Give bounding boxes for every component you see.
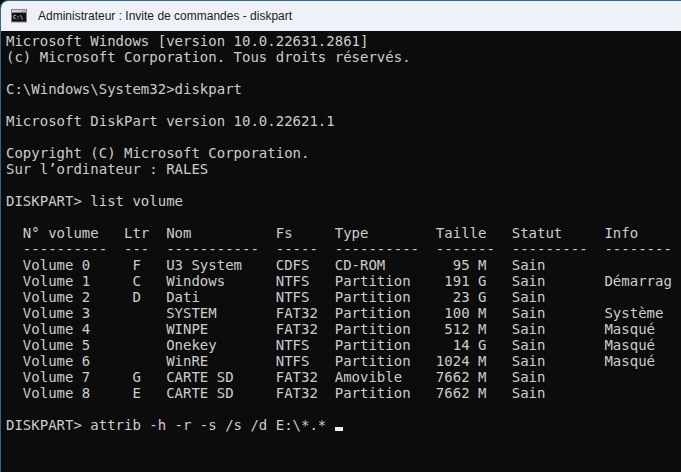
console-line — [6, 97, 681, 113]
console-line: C:\Windows\System32>diskpart — [6, 81, 681, 97]
cmd-window: C:\ Administrateur : Invite de commandes… — [0, 0, 681, 472]
table-row: Volume 5 Onekey NTFS Partition 14 G Sain… — [6, 337, 681, 353]
text-cursor — [335, 427, 343, 431]
title-bar[interactable]: C:\ Administrateur : Invite de commandes… — [1, 1, 681, 31]
table-header-line: N° volume Ltr Nom Fs Type Taille Statut … — [6, 225, 681, 241]
table-row: Volume 1 C Windows NTFS Partition 191 G … — [6, 273, 681, 289]
svg-text:C:\: C:\ — [13, 14, 23, 20]
console-line: Microsoft DiskPart version 10.0.22621.1 — [6, 113, 681, 129]
console-line: (c) Microsoft Corporation. Tous droits r… — [6, 49, 681, 65]
console-line — [6, 65, 681, 81]
cmd-icon: C:\ — [11, 8, 27, 24]
table-row: Volume 3 SYSTEM FAT32 Partition 100 M Sa… — [6, 305, 681, 321]
table-row: Volume 2 D Dati NTFS Partition 23 G Sain — [6, 289, 681, 305]
console-line — [6, 177, 681, 193]
table-row: Volume 7 G CARTE SD FAT32 Amovible 7662 … — [6, 369, 681, 385]
console-prompt-line: DISKPART> attrib -h -r -s /s /d E:\*.* — [6, 417, 681, 433]
window-title: Administrateur : Invite de commandes - d… — [38, 9, 292, 23]
console-line: Sur l’ordinateur : RALES — [6, 161, 681, 177]
console-line — [6, 401, 681, 417]
table-row: Volume 8 E CARTE SD FAT32 Partition 7662… — [6, 385, 681, 401]
console-line — [6, 209, 681, 225]
table-row: Volume 0 F U3 System CDFS CD-ROM 95 M Sa… — [6, 257, 681, 273]
console-line: DISKPART> list volume — [6, 193, 681, 209]
table-row: Volume 4 WINPE FAT32 Partition 512 M Sai… — [6, 321, 681, 337]
console-line: Copyright (C) Microsoft Corporation. — [6, 145, 681, 161]
prompt-command-text: DISKPART> attrib -h -r -s /s /d E:\*.* — [6, 417, 335, 433]
console-line: Microsoft Windows [version 10.0.22631.28… — [6, 33, 681, 49]
console-output[interactable]: Microsoft Windows [version 10.0.22631.28… — [1, 31, 681, 433]
table-divider-line: ---------- --- ----------- ----- -------… — [6, 241, 681, 257]
console-line — [6, 129, 681, 145]
table-row: Volume 6 WinRE NTFS Partition 1024 M Sai… — [6, 353, 681, 369]
